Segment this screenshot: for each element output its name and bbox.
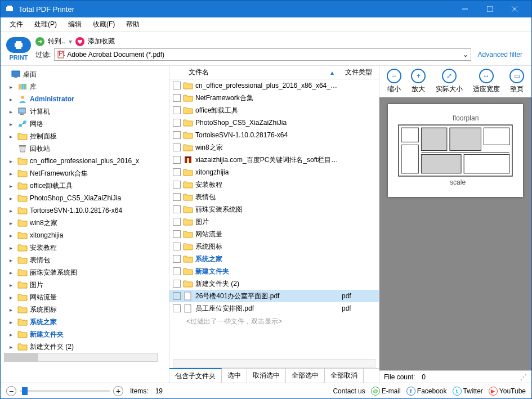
file-list[interactable]: cn_office_professional_plus_2016_x86_x64… (169, 79, 379, 359)
expand-icon[interactable]: ▸ (10, 121, 15, 127)
folder-tree[interactable]: 桌面▸库▸Administrator▸计算机▸网络▸控制面板回收站▸cn_off… (1, 66, 169, 383)
filter-combo[interactable]: PDF Adobe Acrobat Document (*.pdf) ⌄ (54, 48, 471, 61)
menu-edit[interactable]: 编辑 (64, 19, 86, 30)
expand-icon[interactable]: ▸ (10, 195, 15, 201)
col-name[interactable]: 文件名 (189, 68, 209, 77)
filelist-h-scrollbar[interactable] (169, 359, 379, 368)
menu-process[interactable]: 处理(P) (30, 19, 61, 30)
expand-icon[interactable]: ▸ (10, 183, 15, 189)
file-row[interactable]: TortoiseSVN-1.10.0.28176-x64 (169, 129, 379, 141)
tab-subfolders[interactable]: 包含子文件夹 (169, 368, 222, 383)
file-checkbox[interactable] (173, 267, 181, 275)
youtube-link[interactable]: ▶YouTube (489, 387, 526, 396)
print-button[interactable]: PRINT (6, 37, 31, 61)
tree-item[interactable]: ▸PhotoShop_CS5_XiaZaiZhiJia (1, 192, 169, 204)
expand-icon[interactable]: ▸ (10, 282, 15, 288)
expand-icon[interactable]: ▸ (10, 319, 15, 325)
expand-icon[interactable]: ▸ (10, 109, 15, 115)
file-row[interactable]: 表情包 (169, 191, 379, 203)
tree-item[interactable]: ▸xitongzhijia (1, 229, 169, 241)
file-row[interactable]: 系统之家 (169, 253, 379, 265)
tree-item[interactable]: ▸NetFramework合集 (1, 167, 169, 180)
tree-item[interactable]: ▸office卸载工具 (1, 180, 169, 192)
file-row[interactable]: 新建文件夹 (169, 265, 379, 277)
tree-item[interactable]: ▸表情包 (1, 254, 169, 266)
file-checkbox[interactable] (173, 181, 181, 189)
tree-item[interactable]: ▸系统图标 (1, 303, 169, 316)
preview-适应宽度-button[interactable]: ↔适应宽度 (473, 69, 500, 94)
tree-item[interactable]: ▸图片 (1, 279, 169, 291)
zoom-in-button[interactable]: + (113, 386, 123, 396)
file-checkbox[interactable] (173, 168, 181, 176)
file-row[interactable]: cn_office_professional_plus_2016_x86_x64… (169, 79, 379, 92)
file-checkbox[interactable] (173, 82, 181, 89)
expand-icon[interactable]: ▸ (10, 331, 15, 338)
expand-icon[interactable]: ▸ (10, 232, 15, 239)
goto-icon[interactable]: ➜ (35, 37, 44, 46)
file-row[interactable]: PhotoShop_CS5_XiaZaiZhiJia (169, 116, 379, 129)
file-checkbox[interactable] (173, 144, 181, 151)
expand-icon[interactable]: ▸ (10, 257, 15, 263)
minimize-button[interactable] (453, 1, 477, 17)
expand-icon[interactable]: ▸ (10, 171, 15, 177)
expand-icon[interactable]: ▸ (10, 96, 15, 102)
tab-check-all[interactable]: 全部选中 (286, 369, 325, 383)
file-checkbox[interactable] (173, 304, 181, 312)
close-button[interactable] (502, 1, 527, 17)
file-list-header[interactable]: 文件名▴ 文件类型 (169, 66, 379, 79)
expand-icon[interactable]: ▸ (10, 294, 15, 301)
tree-item[interactable]: ▸控制面板 (1, 130, 169, 142)
file-row[interactable]: 系统图标 (169, 240, 379, 253)
twitter-link[interactable]: tTwitter (453, 387, 483, 396)
file-row[interactable]: win8之家 (169, 141, 379, 154)
addfav-label[interactable]: 添加收藏 (88, 37, 115, 46)
file-row[interactable]: xitongzhijia (169, 166, 379, 178)
tree-item[interactable]: ▸win8之家 (1, 217, 169, 229)
tree-item[interactable]: ▸新建文件夹 (2) (1, 340, 169, 353)
file-row[interactable]: 图片 (169, 216, 379, 228)
file-checkbox[interactable] (173, 292, 181, 300)
expand-icon[interactable]: ▸ (10, 344, 15, 350)
zoom-slider[interactable] (20, 390, 110, 392)
menu-help[interactable]: 帮助 (122, 19, 144, 30)
preview-放大-button[interactable]: +放大 (411, 69, 426, 94)
file-checkbox[interactable] (173, 94, 181, 102)
file-row[interactable]: 26号楼401办公室平面图.pdfpdf (169, 290, 379, 302)
tree-item[interactable]: ▸库 (1, 80, 169, 93)
file-checkbox[interactable] (173, 131, 181, 139)
file-checkbox[interactable] (173, 218, 181, 226)
expand-icon[interactable]: ▸ (10, 307, 15, 313)
tree-item[interactable]: 桌面 (1, 68, 169, 80)
tree-item[interactable]: ▸网络 (1, 118, 169, 130)
file-checkbox[interactable] (173, 205, 181, 213)
tree-item[interactable]: ▸安装教程 (1, 241, 169, 254)
zoom-out-button[interactable]: − (6, 386, 16, 396)
expand-icon[interactable]: ▸ (10, 270, 15, 276)
tree-item[interactable]: ▸网站流量 (1, 291, 169, 303)
file-checkbox[interactable] (173, 280, 181, 288)
file-row[interactable]: 安装教程 (169, 178, 379, 191)
preview-area[interactable]: floorplan scale (379, 97, 531, 370)
filtered-message[interactable]: <过滤出了一些文件，双击显示> (169, 315, 379, 329)
goto-label[interactable]: 转到.. (48, 37, 65, 46)
file-row[interactable]: xiazaizhijia.com_百度PC关键词排名_soft栏目_201912… (169, 154, 379, 166)
expand-icon[interactable]: ▸ (10, 133, 15, 140)
menu-file[interactable]: 文件 (5, 19, 28, 30)
preview-整页-button[interactable]: ▭整页 (509, 69, 524, 94)
tree-item[interactable]: ▸TortoiseSVN-1.10.0.28176-x64 (1, 204, 169, 217)
advanced-filter-link[interactable]: Advanced filter (475, 51, 526, 59)
tree-item[interactable]: ▸新建文件夹 (1, 328, 169, 340)
file-checkbox[interactable] (173, 106, 181, 114)
favorite-icon[interactable] (75, 37, 84, 46)
tree-item[interactable]: ▸Administrator (1, 93, 169, 105)
tree-item[interactable]: ▸计算机 (1, 105, 169, 118)
tab-uncheck[interactable]: 取消选中 (247, 369, 286, 383)
file-row[interactable]: 新建文件夹 (2) (169, 277, 379, 290)
expand-icon[interactable]: ▸ (10, 220, 15, 226)
preview-实际大小-button[interactable]: ⤢实际大小 (436, 69, 463, 94)
file-checkbox[interactable] (173, 243, 181, 250)
col-type[interactable]: 文件类型 (339, 68, 379, 77)
file-row[interactable]: 网站流量 (169, 228, 379, 240)
tree-item[interactable]: 回收站 (1, 142, 169, 155)
tree-item[interactable]: ▸丽珠安装系统图 (1, 266, 169, 279)
